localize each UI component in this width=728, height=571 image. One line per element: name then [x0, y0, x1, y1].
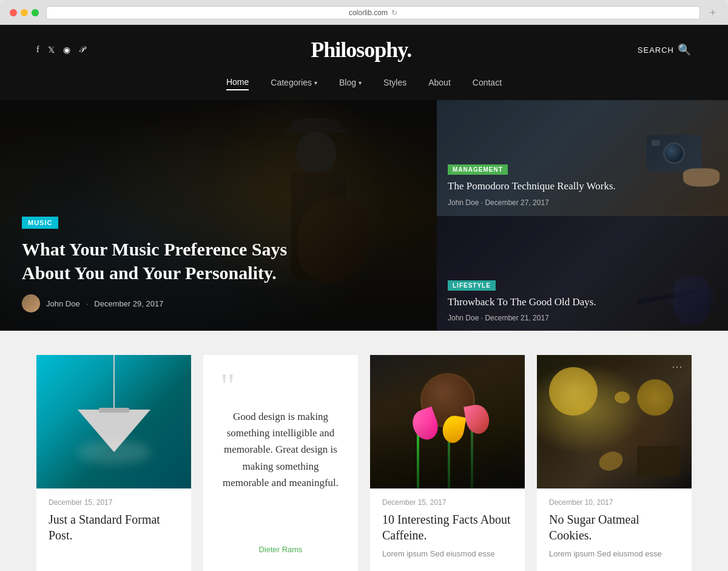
- card-3-title[interactable]: 10 Interesting Facts About Caffeine.: [382, 512, 513, 543]
- facebook-link[interactable]: f: [36, 45, 39, 55]
- side-card-2-author: John Doe: [448, 314, 479, 322]
- coffee-image: [370, 355, 525, 488]
- pinterest-icon: 𝒫: [79, 45, 85, 54]
- side-card-1-author: John Doe: [448, 198, 479, 207]
- side-badge-management[interactable]: MANAGEMENT: [448, 164, 508, 175]
- reload-icon[interactable]: ↻: [391, 8, 397, 17]
- hero-main-card[interactable]: MUSIC What Your Music Preference Says Ab…: [0, 100, 437, 331]
- card-lamp-post[interactable]: December 15, 2017 Just a Standard Format…: [36, 355, 191, 571]
- lamp-cord: [113, 355, 115, 416]
- card-3-date: December 15, 2017: [382, 498, 513, 507]
- card-3-excerpt: Lorem ipsum Sed eiusmod esse: [382, 548, 513, 560]
- site-header: f 𝕏 ◉ 𝒫 Philosophy. SEARCH 🔍: [0, 25, 728, 75]
- side-card-1-date: December 27, 2017: [485, 198, 548, 207]
- card-1-title[interactable]: Just a Standard Format Post.: [49, 512, 179, 543]
- search-label: SEARCH: [638, 46, 674, 55]
- instagram-link[interactable]: ◉: [63, 45, 70, 55]
- card-4-body: December 10, 2017 No Sugar Oatmeal Cooki…: [537, 488, 692, 571]
- side-card-2-date: December 21, 2017: [485, 314, 548, 322]
- nav-blog-label: Blog: [339, 78, 356, 87]
- site-title[interactable]: Philosophy.: [311, 37, 411, 63]
- nav-about-label: About: [428, 78, 451, 87]
- card-quote: " Good design is making something intell…: [203, 355, 358, 571]
- nav-home-label: Home: [226, 77, 249, 87]
- card-caffeine-post[interactable]: December 15, 2017 10 Interesting Facts A…: [370, 355, 525, 571]
- new-tab-button[interactable]: +: [707, 7, 718, 19]
- website: f 𝕏 ◉ 𝒫 Philosophy. SEARCH 🔍 Home Catego…: [0, 25, 728, 571]
- address-bar[interactable]: colorlib.com ↻: [46, 6, 700, 19]
- card-3-body: December 15, 2017 10 Interesting Facts A…: [370, 488, 525, 571]
- nav-about[interactable]: About: [428, 75, 451, 90]
- hero-section: MUSIC What Your Music Preference Says Ab…: [0, 100, 728, 331]
- hero-title[interactable]: What Your Music Preference Says About Yo…: [22, 237, 301, 285]
- cards-section: December 15, 2017 Just a Standard Format…: [0, 331, 728, 571]
- nav-home[interactable]: Home: [226, 75, 249, 90]
- hero-author-avatar: [22, 294, 40, 313]
- hero-content: MUSIC What Your Music Preference Says Ab…: [22, 217, 415, 313]
- site-navigation: Home Categories ▾ Blog ▾ Styles About Co…: [0, 75, 728, 100]
- social-icons: f 𝕏 ◉ 𝒫: [36, 45, 85, 55]
- side-card-1-content: MANAGEMENT The Pomodoro Technique Really…: [448, 163, 717, 206]
- nav-categories[interactable]: Categories ▾: [271, 75, 317, 90]
- nav-blog[interactable]: Blog ▾: [339, 75, 362, 90]
- nav-contact[interactable]: Contact: [473, 75, 502, 90]
- minimize-button[interactable]: [21, 9, 28, 16]
- hero-meta: John Doe · December 29, 2017: [22, 294, 415, 313]
- card-oatmeal-post[interactable]: ··· December 10, 2017 No Sugar Oatmeal C…: [537, 355, 692, 571]
- nav-styles-label: Styles: [383, 78, 406, 87]
- card-1-body: December 15, 2017 Just a Standard Format…: [36, 488, 191, 560]
- browser-window: colorlib.com ↻ +: [0, 0, 728, 25]
- side-badge-lifestyle[interactable]: LIFESTYLE: [448, 280, 496, 291]
- side-card-management[interactable]: MANAGEMENT The Pomodoro Technique Really…: [437, 100, 728, 216]
- side-card-1-title[interactable]: The Pomodoro Technique Really Works.: [448, 180, 717, 193]
- pinterest-link[interactable]: 𝒫: [79, 45, 85, 55]
- hero-category-badge[interactable]: MUSIC: [22, 217, 58, 229]
- hero-dot: ·: [86, 299, 89, 308]
- hero-sidebar: MANAGEMENT The Pomodoro Technique Really…: [437, 100, 728, 331]
- card-4-date: December 10, 2017: [549, 498, 679, 507]
- card-4-title[interactable]: No Sugar Oatmeal Cookies.: [549, 512, 679, 543]
- card-1-date: December 15, 2017: [49, 498, 179, 507]
- search-icon: 🔍: [678, 43, 692, 56]
- side-card-1-meta: John Doe · December 27, 2017: [448, 198, 717, 207]
- facebook-icon: f: [36, 45, 39, 54]
- nav-contact-label: Contact: [473, 78, 502, 87]
- categories-dropdown-arrow: ▾: [314, 79, 317, 86]
- card-4-excerpt: Lorem ipsum Sed eiusmod esse: [549, 548, 679, 560]
- quote-marks: ": [220, 373, 341, 399]
- side-card-2-title[interactable]: Throwback To The Good Old Days.: [448, 296, 717, 309]
- twitter-link[interactable]: 𝕏: [48, 45, 55, 55]
- side-card-lifestyle[interactable]: LIFESTYLE Throwback To The Good Old Days…: [437, 216, 728, 331]
- side-card-2-content: LIFESTYLE Throwback To The Good Old Days…: [448, 279, 717, 322]
- instagram-icon: ◉: [63, 46, 70, 55]
- hero-author: John Doe: [46, 299, 80, 308]
- traffic-lights: [10, 9, 39, 16]
- side-card-1-dot: ·: [481, 198, 483, 207]
- blog-dropdown-arrow: ▾: [359, 79, 362, 86]
- close-button[interactable]: [10, 9, 17, 16]
- hero-date: December 29, 2017: [94, 299, 163, 308]
- quote-text: Good design is making something intellig…: [220, 408, 341, 533]
- food-visual: [537, 355, 692, 488]
- search-area[interactable]: SEARCH 🔍: [638, 43, 692, 56]
- side-card-2-meta: John Doe · December 21, 2017: [448, 314, 717, 322]
- more-options-icon[interactable]: ···: [672, 362, 683, 373]
- side-card-2-dot: ·: [481, 314, 483, 322]
- quote-author: Dieter Rams: [220, 545, 341, 554]
- food-image: ···: [537, 355, 692, 488]
- nav-styles[interactable]: Styles: [383, 75, 406, 90]
- url-text: colorlib.com: [349, 8, 388, 17]
- maximize-button[interactable]: [32, 9, 39, 16]
- nav-categories-label: Categories: [271, 78, 312, 87]
- twitter-icon: 𝕏: [48, 46, 55, 55]
- lamp-image: [36, 355, 191, 488]
